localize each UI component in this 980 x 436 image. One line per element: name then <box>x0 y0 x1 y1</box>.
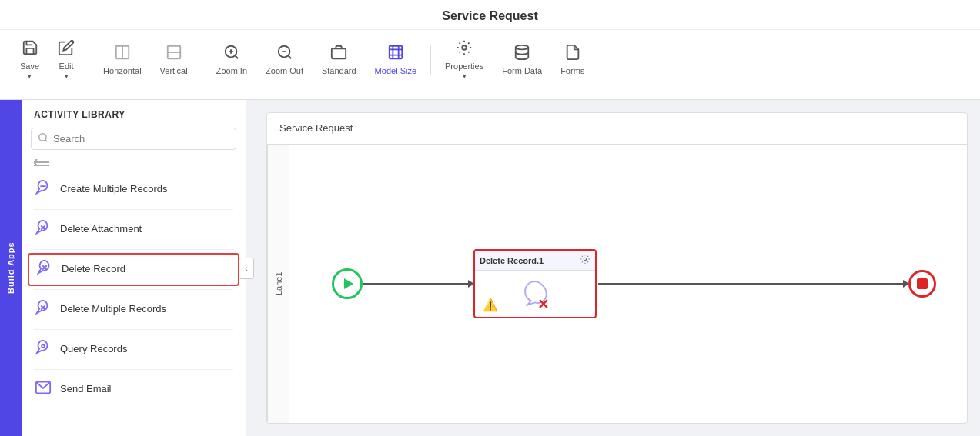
svg-point-28 <box>584 258 587 261</box>
form-data-label: Form Data <box>502 66 542 75</box>
toolbar-model-size[interactable]: Model Size <box>367 41 424 78</box>
save-icon <box>22 39 38 60</box>
library-item-create-multiple-records[interactable]: Create Multiple Records <box>22 173 246 206</box>
toolbar-horizontal[interactable]: Horizontal <box>95 41 149 78</box>
library-item-delete-attachment[interactable]: Delete Attachment <box>22 213 246 246</box>
activity-node-delete-record[interactable]: Delete Record.1 ✕ <box>473 249 597 318</box>
toolbar-zoom-in[interactable]: Zoom In <box>209 41 255 78</box>
sep1 <box>89 45 89 75</box>
edit-label: Edit <box>59 62 74 71</box>
delete-record-label: Delete Record <box>62 263 125 276</box>
toolbar-form-data[interactable]: Form Data <box>494 41 550 78</box>
main-layout: Build Apps ACTIVITY LIBRARY <box>0 100 980 436</box>
create-multiple-records-label: Create Multiple Records <box>60 183 167 196</box>
search-box[interactable] <box>31 128 236 150</box>
delete-multiple-records-label: Delete Multiple Records <box>60 303 166 316</box>
svg-point-13 <box>462 45 467 50</box>
svg-line-16 <box>45 140 48 142</box>
standard-icon <box>330 44 347 65</box>
toolbar-vertical[interactable]: Vertical <box>152 41 196 78</box>
lib-divider-1 <box>34 209 233 210</box>
node-title: Delete Record.1 <box>480 256 544 265</box>
delete-x-mark: ✕ <box>537 298 549 311</box>
toolbar-properties[interactable]: Properties ▾ <box>437 36 491 83</box>
library-item-delete-record[interactable]: Delete Record <box>28 253 239 286</box>
activity-library: ACTIVITY LIBRARY Create Multip <box>22 100 246 436</box>
forms-label: Forms <box>560 66 584 75</box>
library-item-delete-multiple-records[interactable]: Delete Multiple Records <box>22 293 246 326</box>
start-node[interactable] <box>332 268 363 299</box>
lane: Lane1 Delete Record.1 <box>267 144 967 423</box>
delete-attachment-icon <box>34 219 52 240</box>
start-play-icon <box>344 278 353 289</box>
horizontal-label: Horizontal <box>103 66 142 75</box>
node-gear-icon[interactable] <box>580 254 590 267</box>
warning-badge: ⚠️ <box>483 298 498 312</box>
connector-start-to-node <box>363 283 473 285</box>
create-multiple-records-icon <box>34 179 52 200</box>
zoom-in-label: Zoom In <box>216 66 247 75</box>
collapse-sidebar-button[interactable]: ‹ <box>239 258 254 279</box>
delete-attachment-label: Delete Attachment <box>60 223 142 236</box>
zoom-in-icon <box>223 44 240 65</box>
svg-rect-11 <box>332 48 346 58</box>
properties-label: Properties <box>445 62 483 71</box>
svg-line-9 <box>288 55 291 58</box>
activity-node-body: ✕ ⚠️ <box>475 271 595 317</box>
horizontal-icon <box>114 44 131 65</box>
toolbar-forms[interactable]: Forms <box>553 41 592 78</box>
end-node[interactable] <box>908 270 936 298</box>
lib-divider-2 <box>34 249 233 250</box>
edit-icon <box>58 39 75 60</box>
toolbar-zoom-out[interactable]: Zoom Out <box>258 41 311 78</box>
end-stop-icon <box>917 278 928 289</box>
lane-content: Delete Record.1 ✕ <box>289 145 967 423</box>
svg-point-14 <box>516 45 529 50</box>
toolbar-standard[interactable]: Standard <box>314 41 364 78</box>
canvas-container: Service Request Lane1 Delete Record.1 <box>266 112 968 424</box>
svg-point-15 <box>39 134 46 141</box>
lane-label: Lane1 <box>267 145 289 423</box>
connector-node-to-end <box>598 283 908 285</box>
library-item-send-email[interactable]: Send Email <box>22 373 246 406</box>
lib-divider-4 <box>34 329 233 330</box>
model-size-label: Model Size <box>375 66 416 75</box>
svg-line-5 <box>235 55 238 58</box>
activity-node-header: Delete Record.1 <box>475 251 595 271</box>
zoom-out-icon <box>276 44 293 65</box>
query-records-label: Query Records <box>60 343 127 356</box>
lib-divider-5 <box>34 369 233 370</box>
zoom-out-label: Zoom Out <box>266 66 303 75</box>
search-input[interactable] <box>53 133 229 145</box>
toolbar: Save ▾ Edit ▾ Horizontal Vertical <box>0 30 980 89</box>
build-apps-label: Build Apps <box>0 100 22 436</box>
canvas-area: Service Request Lane1 Delete Record.1 <box>254 100 980 436</box>
delete-record-icon <box>35 259 54 280</box>
page-title: Service Request <box>0 0 980 30</box>
delete-node-icon: ✕ <box>520 277 550 311</box>
forms-icon <box>564 44 581 65</box>
send-email-icon <box>34 379 52 400</box>
sep2 <box>202 45 202 75</box>
svg-point-26 <box>42 344 45 348</box>
form-data-icon <box>513 44 530 65</box>
search-icon <box>38 132 48 145</box>
vertical-label: Vertical <box>160 66 188 75</box>
library-items-list: Create Multiple Records Delete Attachmen… <box>22 158 246 427</box>
model-size-icon <box>387 44 404 65</box>
sep3 <box>430 45 431 75</box>
vertical-icon <box>166 44 182 65</box>
query-records-icon <box>34 339 52 360</box>
properties-icon <box>456 39 473 60</box>
toolbar-edit[interactable]: Edit ▾ <box>50 36 82 83</box>
toolbar-save[interactable]: Save ▾ <box>12 36 47 83</box>
library-item-query-records[interactable]: Query Records <box>22 333 246 366</box>
save-label: Save <box>20 62 39 71</box>
send-email-label: Send Email <box>60 383 111 396</box>
library-title: ACTIVITY LIBRARY <box>22 109 246 128</box>
standard-label: Standard <box>322 66 356 75</box>
delete-multiple-records-icon <box>34 299 52 320</box>
svg-rect-12 <box>390 46 403 59</box>
canvas-label: Service Request <box>279 122 353 134</box>
lib-divider-3 <box>34 289 233 290</box>
